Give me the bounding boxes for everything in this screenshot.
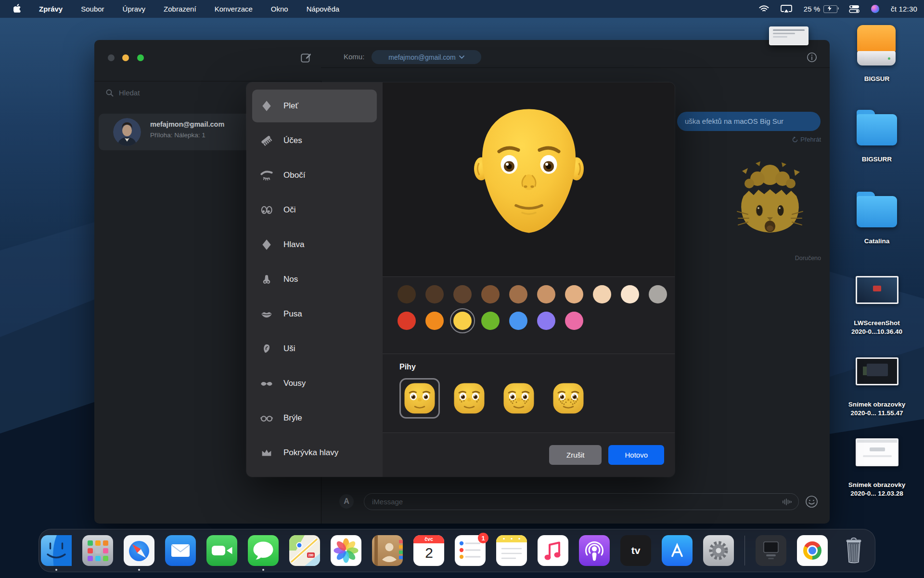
- menu-clock[interactable]: čt 12:30: [891, 5, 917, 13]
- running-indicator: [138, 569, 140, 571]
- imessage-apps-button[interactable]: A: [339, 494, 354, 509]
- desktop-icon-sn-mek-obrazovky[interactable]: [856, 438, 898, 466]
- dock-facetime-icon[interactable]: [206, 535, 237, 566]
- audio-waveform-icon[interactable]: [782, 498, 792, 506]
- cancel-button[interactable]: Zrušit: [549, 445, 602, 465]
- accent-color-swatch[interactable]: [398, 312, 416, 330]
- recipient-pill[interactable]: mefajmon@gmail.com: [372, 50, 481, 64]
- skin-tone-swatch[interactable]: [398, 285, 416, 303]
- skin-tone-swatch[interactable]: [509, 285, 527, 303]
- compose-icon[interactable]: [300, 52, 312, 64]
- accent-color-swatch[interactable]: [565, 312, 583, 330]
- memoji-category-pleť[interactable]: Pleť: [252, 90, 377, 122]
- dock-music-icon[interactable]: [538, 535, 568, 566]
- calendar-month-label: čvc: [413, 536, 444, 542]
- desktop-icon-lwscreenshot[interactable]: [856, 276, 898, 304]
- skin-tone-swatch[interactable]: [481, 285, 500, 303]
- category-label: Hlava: [283, 240, 304, 250]
- dock-photos-icon[interactable]: [331, 535, 361, 566]
- emoji-picker-icon[interactable]: [805, 495, 818, 508]
- menu-item[interactable]: Zobrazení: [164, 5, 196, 13]
- dock-settings-icon[interactable]: [703, 535, 734, 566]
- done-button[interactable]: Hotovo: [608, 445, 664, 465]
- dock-reminders-icon[interactable]: 1: [455, 535, 486, 566]
- lips-icon: [258, 305, 275, 323]
- accent-color-swatch[interactable]: [537, 312, 555, 330]
- search-input[interactable]: [118, 88, 226, 97]
- skin-tone-swatch[interactable]: [593, 285, 611, 303]
- dock-utility-icon[interactable]: [756, 535, 786, 566]
- freckle-option-3[interactable]: [499, 378, 539, 419]
- dock-mail-icon[interactable]: [165, 535, 196, 566]
- siri-icon[interactable]: [871, 5, 879, 13]
- menu-item[interactable]: Konverzace: [215, 5, 253, 13]
- dock-finder-icon[interactable]: [41, 535, 72, 566]
- dock-chrome-icon[interactable]: [797, 535, 828, 566]
- accent-color-swatch[interactable]: [425, 312, 444, 330]
- skin-tone-swatch[interactable]: [621, 285, 639, 303]
- memoji-category-oči[interactable]: Oči: [252, 194, 377, 226]
- menu-app-name[interactable]: Zprávy: [39, 5, 63, 13]
- screen-mirroring-icon[interactable]: [781, 5, 792, 13]
- info-icon[interactable]: [807, 52, 817, 63]
- menu-item[interactable]: Úpravy: [123, 5, 146, 13]
- dock-calendar-icon[interactable]: čvc2: [413, 535, 444, 566]
- memoji-category-brýle[interactable]: Brýle: [252, 402, 377, 434]
- category-label: Uši: [283, 344, 295, 354]
- wifi-icon[interactable]: [759, 5, 769, 13]
- freckle-option-4[interactable]: [548, 378, 589, 419]
- control-center-icon[interactable]: [849, 5, 860, 13]
- desktop-icon-catalina[interactable]: [856, 192, 898, 227]
- dock-notes-icon[interactable]: [496, 535, 527, 566]
- dock-maps-icon[interactable]: 280: [289, 535, 320, 566]
- dock-appstore-icon[interactable]: [662, 535, 693, 566]
- desktop-icon-sn-mek-obrazovky[interactable]: [856, 357, 898, 385]
- battery-status[interactable]: 25 %: [804, 5, 837, 13]
- dock-contacts-icon[interactable]: [372, 535, 403, 566]
- skin-tone-swatch[interactable]: [565, 285, 583, 303]
- accent-color-swatch[interactable]: [509, 312, 527, 330]
- conversation-title: mefajmon@gmail.com: [150, 120, 224, 128]
- dock-launchpad-icon[interactable]: [82, 535, 113, 566]
- memoji-category-účes[interactable]: Účes: [252, 124, 377, 157]
- screenshot-thumbnail: [856, 276, 898, 304]
- desktop-icon-label: BIGSUR: [836, 75, 918, 83]
- freckle-option-2[interactable]: [449, 378, 489, 419]
- search-field[interactable]: [106, 88, 226, 97]
- dock-podcasts-icon[interactable]: [579, 535, 610, 566]
- category-label: Obočí: [283, 171, 305, 180]
- dock-trash-icon[interactable]: [838, 535, 869, 566]
- message-bubble: uška efektů na macOS Big Sur: [677, 112, 821, 131]
- zoom-button[interactable]: [137, 54, 144, 61]
- skin-tone-swatch[interactable]: [649, 285, 667, 303]
- memoji-category-obočí[interactable]: Obočí: [252, 159, 377, 192]
- menu-item[interactable]: Soubor: [81, 5, 104, 13]
- memoji-category-hlava[interactable]: Hlava: [252, 228, 377, 261]
- desktop-icon-bigsur[interactable]: [856, 25, 897, 66]
- dock-messages-icon[interactable]: [248, 535, 279, 566]
- memoji-category-pusa[interactable]: Pusa: [252, 298, 377, 330]
- menu-item[interactable]: Okno: [271, 5, 288, 13]
- memoji-category-vousy[interactable]: Vousy: [252, 367, 377, 400]
- memoji-editor-dialog: PleťÚčesObočíOčiHlavaNosPusaUšiVousyBrýl…: [246, 82, 675, 477]
- message-input-bar[interactable]: [364, 493, 799, 510]
- accent-color-swatch[interactable]: [453, 312, 472, 330]
- memoji-category-uši[interactable]: Uši: [252, 332, 377, 365]
- replay-button[interactable]: Přehrát: [758, 136, 821, 143]
- accent-color-swatch[interactable]: [481, 312, 500, 330]
- message-input[interactable]: [371, 497, 782, 506]
- dock-tv-icon[interactable]: tv: [620, 535, 651, 566]
- apple-menu-icon[interactable]: [13, 4, 21, 14]
- memoji-category-nos[interactable]: Nos: [252, 263, 377, 296]
- skin-tone-swatch[interactable]: [453, 285, 472, 303]
- menu-item[interactable]: Nápověda: [307, 5, 339, 13]
- desktop-icon-bigsurr[interactable]: [856, 110, 898, 145]
- skin-tone-swatch[interactable]: [425, 285, 444, 303]
- dock-safari-icon[interactable]: [124, 535, 154, 566]
- skin-tone-swatch[interactable]: [537, 285, 555, 303]
- memoji-category-pokrývka-hlavy[interactable]: Pokrývka hlavy: [252, 436, 377, 469]
- close-button[interactable]: [108, 54, 115, 61]
- floating-preview-window[interactable]: [769, 26, 808, 45]
- freckle-option-1[interactable]: [399, 378, 440, 419]
- minimize-button[interactable]: [122, 54, 129, 61]
